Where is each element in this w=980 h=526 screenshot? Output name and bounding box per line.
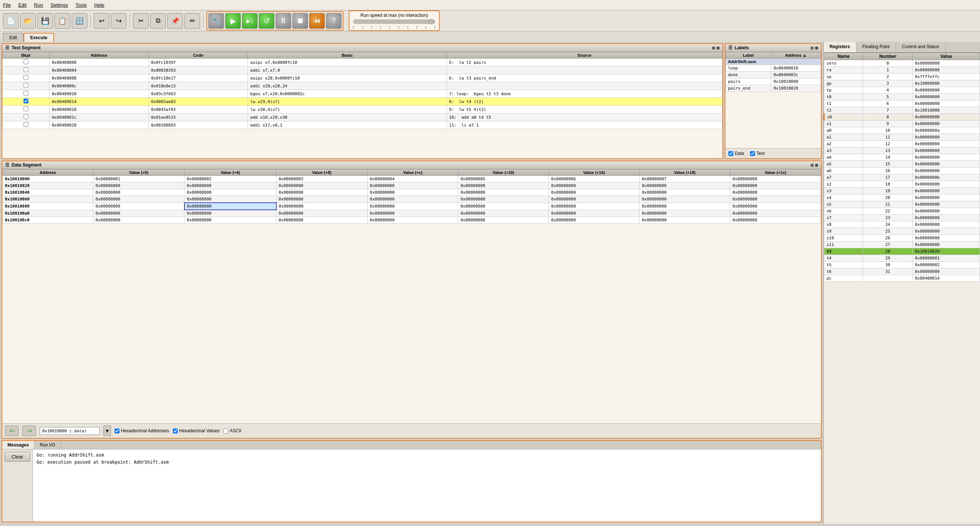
menu-settings[interactable]: Settings [50,2,68,8]
hex-addresses-checkbox[interactable] [115,429,119,434]
table-row: 0x100100600x000000000x000000000x00000000… [3,196,821,203]
tab-messages[interactable]: Messages [2,441,34,449]
breakpoint-checkbox[interactable] [24,122,29,127]
clear-button[interactable]: Clear [5,452,30,462]
text-segment-expand[interactable]: ⊞ [716,46,719,50]
col-basic: Basic [248,52,447,59]
open-button[interactable]: 📂 [20,13,36,29]
data-table-container[interactable]: Address Value (+0) Value (+4) Value (+8)… [2,169,821,423]
reg-value-cell: 0x0000000a [912,127,980,134]
message-line: Go: running AddrShift.asm [37,452,817,459]
redo-button[interactable]: ↪ [111,13,127,29]
bkpt-cell[interactable] [3,121,50,129]
reg-number-cell: 11 [863,134,912,141]
code-cell: 0x01ee8533 [149,113,248,121]
labels-minimize[interactable]: ⊟ [810,46,813,50]
undo-button[interactable]: ↩ [94,13,110,29]
speed-slider[interactable] [353,19,435,24]
labels-table-container[interactable]: Label Address ▲ AddrShift.asm loop 0x004… [725,52,821,148]
step-button[interactable]: ▶1 [242,13,258,29]
reg-number-cell: 10 [863,127,912,134]
breakpoint-checkbox[interactable] [24,106,29,111]
hex-addresses-label[interactable]: Hexadecimal Addresses [115,428,169,434]
menu-run[interactable]: Run [34,2,43,8]
edit-execute-tabs: Edit Execute [0,31,980,42]
cut-button[interactable]: ✂ [133,13,149,29]
help-button[interactable]: ? [326,13,342,29]
breakpoint-checkbox[interactable] [24,83,29,88]
text-table-container[interactable]: Bkpt Address Code Basic Source 0x0040000… [2,52,722,158]
menu-file[interactable]: File [3,2,11,8]
data-segment-minimize[interactable]: ⊟ [810,163,813,167]
tab-floating-point[interactable]: Floating Point [856,42,896,52]
labels-header: ☰ Labels ⊟ ⊞ [725,44,821,52]
data-prev-button[interactable]: ⇐ [5,426,19,436]
tab-control-status[interactable]: Control and Status [896,42,945,52]
data-segment-expand[interactable]: ⊞ [815,163,818,167]
find-button[interactable]: ✏ [185,13,200,29]
breakpoint-checkbox[interactable] [24,75,29,80]
hex-values-checkbox[interactable] [173,429,178,434]
breakpoint-checkbox[interactable] [24,114,29,119]
paste-button[interactable]: 📌 [167,13,183,29]
save-as-button[interactable]: 📋 [54,13,70,29]
bkpt-cell[interactable] [3,74,50,82]
ascii-checkbox[interactable] [223,429,228,434]
labels-expand[interactable]: ⊞ [815,46,818,50]
copy-button[interactable]: ⧉ [150,13,166,29]
run-button[interactable]: ▶ [225,13,241,29]
backstep-button[interactable]: ↺ [259,13,274,29]
tab-execute[interactable]: Execute [24,33,54,42]
tab-runio[interactable]: Run I/O [34,441,60,449]
dump-button[interactable]: 🔢 [72,13,88,29]
reg-name-cell: t1 [824,100,863,107]
table-row: s6 22 0x00000000 [824,208,980,215]
bkpt-cell[interactable] [3,67,50,74]
data-value-cell: 0x00000000 [185,210,276,217]
bkpt-cell[interactable] [3,82,50,90]
bkpt-cell[interactable] [3,113,50,121]
assemble-button[interactable]: 🔧 [208,13,224,29]
bkpt-cell[interactable] [3,59,50,67]
list-item: done 0x0040003c [726,72,821,78]
tab-edit[interactable]: Edit [3,33,24,42]
breakpoint-checkbox[interactable] [24,59,29,64]
ascii-label[interactable]: ASCII [223,428,241,434]
col-reg-value: Value [912,53,980,60]
reg-number-cell: 27 [863,242,912,248]
breakpoint-checkbox[interactable] [24,67,29,72]
save-button[interactable]: 💾 [37,13,53,29]
table-row: 0x100100800x000000000x000000000x00000000… [3,203,821,210]
table-row: a1 11 0x00000000 [824,134,980,141]
reg-value-cell: 0x7fffeffc [912,73,980,80]
tab-registers[interactable]: Registers [824,42,856,52]
speed-area: Run speed at max (no interaction) ||||| … [349,10,440,31]
col-val8: Value (+8) [276,170,368,176]
bkpt-cell[interactable] [3,106,50,113]
menu-tools[interactable]: Tools [75,2,87,8]
breakpoint-checkbox[interactable] [24,91,29,95]
reg-name-cell: s5 [824,201,863,208]
bkpt-cell[interactable] [3,90,50,98]
basic-cell: addi x17,x0,1 [248,121,447,129]
data-address-dropdown[interactable]: ▼ [103,426,111,436]
data-address-input[interactable] [40,427,100,435]
data-value-cell: 0x00000000 [640,196,730,203]
reset-button[interactable]: ⏮ [309,13,325,29]
text-segment-minimize[interactable]: ⊟ [712,46,715,50]
bkpt-cell[interactable] [3,98,50,106]
stop-button[interactable]: ⏹ [292,13,308,29]
data-checkbox[interactable] [729,151,733,156]
text-checkbox-label[interactable]: Text [750,151,765,156]
table-row: 0x00400010 0x03c3f663 bgeu x7,x28,0x0000… [3,90,722,98]
text-checkbox[interactable] [750,151,755,156]
menu-edit[interactable]: Edit [18,2,27,8]
data-next-button[interactable]: ⇒ [22,426,36,436]
breakpoint-checkbox[interactable] [24,99,29,103]
data-checkbox-label[interactable]: Data [729,151,744,156]
register-table-container[interactable]: Name Number Value zero 0 0x00000000 ra 1… [824,52,980,524]
pause-button[interactable]: ⏸ [275,13,291,29]
menu-help[interactable]: Help [94,2,105,8]
hex-values-label[interactable]: Hexadecimal Values [173,428,220,434]
new-button[interactable]: 📄 [3,13,19,29]
